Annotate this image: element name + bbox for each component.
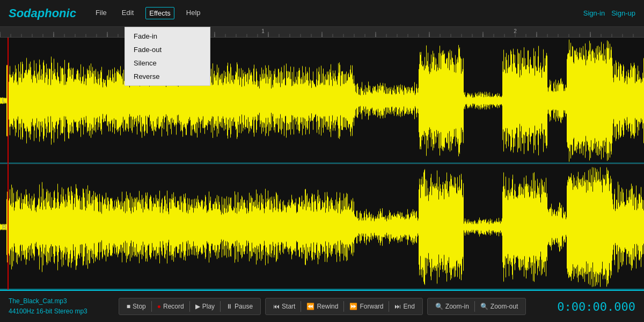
dropdown-fadeout[interactable]: Fade-out	[125, 43, 210, 56]
dropdown-fadein[interactable]: Fade-in	[125, 30, 210, 43]
rewind-label: Rewind	[317, 303, 338, 310]
forward-icon: ⏩	[349, 303, 357, 310]
end-label: End	[403, 303, 414, 310]
start-icon: ⏮	[273, 303, 280, 310]
stop-label: Stop	[133, 303, 146, 310]
channel-right: R	[0, 164, 644, 290]
header: Sodaphonic File Edit Effects Help Sign-i…	[0, 0, 644, 27]
file-info: The_Black_Cat.mp3 44100Hz 16-bit Stereo …	[9, 296, 87, 317]
file-details: 44100Hz 16-bit Stereo mp3	[9, 306, 87, 317]
zoomout-icon: 🔍	[480, 303, 488, 310]
rewind-button[interactable]: ⏪ Rewind	[303, 301, 341, 312]
channel-left-label: L	[2, 97, 5, 104]
zoomout-button[interactable]: 🔍 Zoom-out	[477, 301, 521, 312]
channel-right-label: R	[2, 224, 6, 230]
record-icon: ●	[157, 303, 161, 310]
menu-bar: File Edit Effects Help	[92, 7, 583, 19]
record-label: Record	[163, 303, 184, 310]
zoomout-label: Zoom-out	[491, 303, 518, 310]
zoomin-button[interactable]: 🔍 Zoom-in	[432, 301, 472, 312]
waveform-left-canvas	[0, 38, 644, 164]
start-label: Start	[282, 303, 295, 310]
auth-links: Sign-in Sign-up	[583, 9, 635, 17]
sep4	[301, 301, 301, 312]
effects-dropdown: Fade-in Fade-out Silence Reverse	[125, 27, 210, 86]
end-button[interactable]: ⏭ End	[391, 301, 418, 312]
signin-link[interactable]: Sign-in	[583, 9, 605, 17]
sep5	[343, 301, 344, 312]
channel-left: L	[0, 38, 644, 164]
sep3	[220, 301, 221, 312]
playback-controls: ■ Stop ● Record ▶ Play ⏸ Pause	[119, 298, 261, 315]
app-logo: Sodaphonic	[9, 6, 76, 20]
toolbar: The_Black_Cat.mp3 44100Hz 16-bit Stereo …	[0, 290, 644, 322]
signup-link[interactable]: Sign-up	[611, 9, 635, 17]
rewind-icon: ⏪	[306, 303, 314, 310]
menu-effects[interactable]: Effects	[145, 7, 174, 19]
play-icon: ▶	[195, 303, 200, 310]
transport-controls: ⏮ Start ⏪ Rewind ⏩ Forward ⏭ End	[265, 298, 423, 315]
menu-file[interactable]: File	[92, 7, 110, 19]
dropdown-silence[interactable]: Silence	[125, 56, 210, 70]
pause-button[interactable]: ⏸ Pause	[223, 301, 256, 312]
time-display: 0:00:00.000	[557, 300, 635, 313]
end-icon: ⏭	[394, 303, 401, 310]
file-name: The_Black_Cat.mp3	[9, 296, 87, 306]
menu-help[interactable]: Help	[183, 7, 204, 19]
zoom-controls: 🔍 Zoom-in 🔍 Zoom-out	[427, 298, 526, 315]
menu-edit[interactable]: Edit	[119, 7, 137, 19]
zoomin-label: Zoom-in	[445, 303, 469, 310]
pause-icon: ⏸	[226, 303, 232, 310]
sep7	[474, 301, 475, 312]
main-content: // Will draw ticks via JS below L R	[0, 27, 644, 290]
stop-button[interactable]: ■ Stop	[123, 301, 149, 312]
record-button[interactable]: ● Record	[154, 301, 187, 312]
forward-label: Forward	[360, 303, 383, 310]
timeline-ruler: // Will draw ticks via JS below	[0, 27, 644, 38]
forward-button[interactable]: ⏩ Forward	[346, 301, 386, 312]
play-button[interactable]: ▶ Play	[192, 301, 218, 312]
pause-label: Pause	[235, 303, 253, 310]
waveform-right-canvas	[0, 164, 644, 290]
playhead-left	[8, 38, 9, 164]
zoomin-icon: 🔍	[435, 303, 443, 310]
dropdown-reverse[interactable]: Reverse	[125, 70, 210, 83]
sep2	[189, 301, 190, 312]
sep6	[389, 301, 389, 312]
start-button[interactable]: ⏮ Start	[270, 301, 298, 312]
play-label: Play	[202, 303, 215, 310]
stop-icon: ■	[127, 303, 130, 310]
sep1	[151, 301, 152, 312]
playhead-right	[8, 164, 9, 290]
